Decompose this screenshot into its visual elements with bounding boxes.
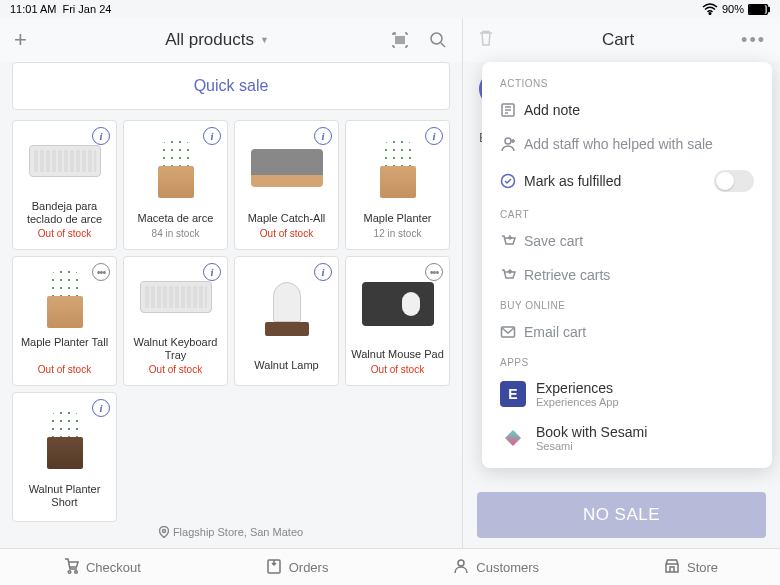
nav-label: Orders	[289, 560, 329, 575]
left-toolbar: + All products ▼	[0, 18, 462, 62]
barcode-icon[interactable]	[390, 30, 410, 50]
save-cart-item[interactable]: Save cart	[482, 224, 772, 258]
app-item[interactable]: Book with Sesami Sesami	[482, 416, 772, 460]
product-card[interactable]: i Walnut Lamp	[234, 256, 339, 386]
app-item[interactable]: E Experiences Experiences App	[482, 372, 772, 416]
product-stock: Out of stock	[17, 364, 112, 375]
product-card[interactable]: i Maple Catch-All Out of stock	[234, 120, 339, 250]
product-card[interactable]: ••• Walnut Mouse Pad Out of stock	[345, 256, 450, 386]
dd-buy-header: BUY ONLINE	[482, 292, 772, 315]
product-stock: Out of stock	[350, 364, 445, 375]
svg-rect-2	[750, 5, 765, 12]
product-name: Maple Planter	[350, 212, 445, 226]
email-cart-item[interactable]: Email cart	[482, 315, 772, 349]
svg-point-13	[458, 560, 464, 566]
cart-actions-dropdown: ACTIONS Add note Add staff who helped wi…	[482, 62, 772, 468]
product-card[interactable]: i Bandeja para teclado de arce Out of st…	[12, 120, 117, 250]
cart-toolbar: Cart •••	[463, 18, 780, 62]
dd-actions-header: ACTIONS	[482, 70, 772, 93]
store-icon	[663, 557, 681, 578]
status-bar: 11:01 AM Fri Jan 24 90%	[0, 0, 780, 18]
svg-point-4	[431, 33, 442, 44]
product-stock: Out of stock	[239, 228, 334, 239]
svg-point-0	[709, 13, 711, 15]
trash-icon[interactable]	[477, 29, 495, 51]
check-circle-icon	[500, 173, 524, 189]
note-icon	[500, 102, 524, 118]
info-icon[interactable]: i	[92, 399, 110, 417]
product-filter-dropdown[interactable]: All products ▼	[44, 30, 390, 50]
orders-icon	[265, 557, 283, 578]
retrieve-carts-item[interactable]: Retrieve carts	[482, 258, 772, 292]
dd-cart-header: CART	[482, 201, 772, 224]
app-icon: E	[500, 381, 526, 407]
more-icon[interactable]: •••	[92, 263, 110, 281]
product-card[interactable]: i Maceta de arce 84 in stock	[123, 120, 228, 250]
add-button[interactable]: +	[14, 27, 27, 52]
product-name: Maceta de arce	[128, 212, 223, 226]
product-name: Maple Planter Tall	[17, 336, 112, 362]
product-card[interactable]: i Maple Planter 12 in stock	[345, 120, 450, 250]
location-row[interactable]: Flagship Store, San Mateo	[12, 522, 450, 542]
toolbar-title: All products	[165, 30, 254, 50]
search-icon[interactable]	[428, 30, 448, 50]
checkout-icon	[62, 557, 80, 578]
nav-label: Store	[687, 560, 718, 575]
product-card[interactable]: ••• Maple Planter Tall Out of stock	[12, 256, 117, 386]
info-icon[interactable]: i	[425, 127, 443, 145]
dd-apps-header: APPS	[482, 349, 772, 372]
product-stock: Out of stock	[128, 364, 223, 375]
product-name: Walnut Lamp	[239, 359, 334, 373]
info-icon[interactable]: i	[203, 127, 221, 145]
svg-rect-3	[768, 7, 770, 11]
status-date: Fri Jan 24	[62, 3, 111, 15]
battery-pct: 90%	[722, 3, 744, 15]
info-icon[interactable]: i	[314, 263, 332, 281]
fulfilled-toggle[interactable]	[714, 170, 754, 192]
pin-icon	[159, 526, 169, 538]
svg-point-10	[68, 570, 71, 573]
product-stock: 84 in stock	[128, 228, 223, 239]
add-staff-item[interactable]: Add staff who helped with sale	[482, 127, 772, 161]
nav-customers[interactable]: Customers	[452, 557, 539, 578]
info-icon[interactable]: i	[92, 127, 110, 145]
nav-store[interactable]: Store	[663, 557, 718, 578]
chevron-down-icon: ▼	[260, 35, 269, 45]
app-sub: Experiences App	[536, 396, 619, 408]
bottom-nav: Checkout Orders Customers Store	[0, 548, 780, 585]
nav-label: Checkout	[86, 560, 141, 575]
app-icon	[500, 425, 526, 451]
app-sub: Sesami	[536, 440, 647, 452]
more-icon[interactable]: •••	[741, 30, 766, 51]
mail-icon	[500, 324, 524, 340]
info-icon[interactable]: i	[314, 127, 332, 145]
cart-pane: Cart ••• By ACTIONS Add note Add staff w…	[462, 18, 780, 548]
product-name: Walnut Planter Short	[17, 483, 112, 509]
nav-checkout[interactable]: Checkout	[62, 557, 141, 578]
save-cart-icon	[500, 233, 524, 249]
nav-orders[interactable]: Orders	[265, 557, 329, 578]
product-card[interactable]: i Walnut Keyboard Tray Out of stock	[123, 256, 228, 386]
wifi-icon	[702, 3, 718, 15]
product-stock: Out of stock	[17, 228, 112, 239]
product-stock: 12 in stock	[350, 228, 445, 239]
app-name: Experiences	[536, 380, 619, 396]
customers-icon	[452, 557, 470, 578]
battery-icon	[748, 4, 770, 15]
nav-label: Customers	[476, 560, 539, 575]
add-note-item[interactable]: Add note	[482, 93, 772, 127]
svg-point-7	[505, 138, 511, 144]
no-sale-button[interactable]: NO SALE	[477, 492, 766, 538]
product-card[interactable]: i Walnut Planter Short	[12, 392, 117, 522]
svg-point-11	[75, 570, 78, 573]
product-name: Maple Catch-All	[239, 212, 334, 226]
location-label: Flagship Store, San Mateo	[173, 526, 303, 538]
app-name: Book with Sesami	[536, 424, 647, 440]
mark-fulfilled-item[interactable]: Mark as fulfilled	[482, 161, 772, 201]
status-time: 11:01 AM	[10, 3, 56, 15]
product-name: Bandeja para teclado de arce	[17, 200, 112, 226]
info-icon[interactable]: i	[203, 263, 221, 281]
quick-sale-button[interactable]: Quick sale	[12, 62, 450, 110]
more-icon[interactable]: •••	[425, 263, 443, 281]
staff-icon	[500, 136, 524, 152]
